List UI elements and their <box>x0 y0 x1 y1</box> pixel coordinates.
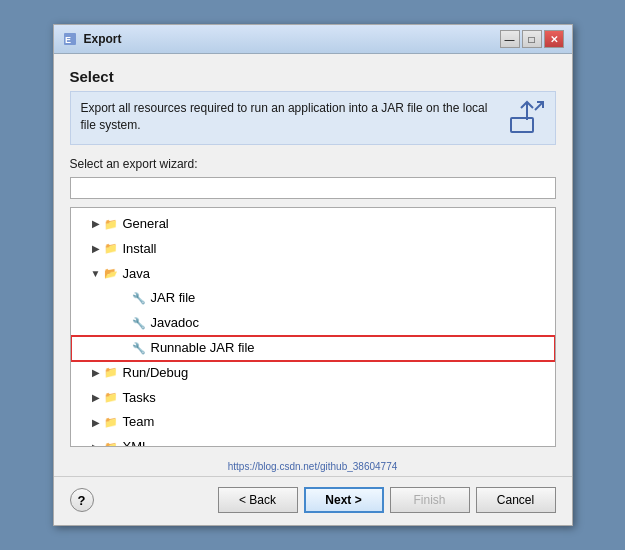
folder-icon-xml: 📁 <box>103 440 119 447</box>
maximize-button[interactable]: □ <box>522 30 542 48</box>
finish-button[interactable]: Finish <box>390 487 470 513</box>
back-button[interactable]: < Back <box>218 487 298 513</box>
cancel-button[interactable]: Cancel <box>476 487 556 513</box>
folder-icon-general: 📁 <box>103 216 119 232</box>
toggle-java[interactable]: ▼ <box>89 266 103 282</box>
window-icon: E <box>62 31 78 47</box>
toggle-install[interactable]: ▶ <box>89 241 103 257</box>
title-bar-controls: — □ ✕ <box>500 30 564 48</box>
next-button[interactable]: Next > <box>304 487 384 513</box>
title-bar: E Export — □ ✕ <box>54 25 572 54</box>
toggle-tasks[interactable]: ▶ <box>89 390 103 406</box>
jar-icon-jar-file: 🔧 <box>131 291 147 307</box>
window-title: Export <box>84 32 122 46</box>
section-description-row: Export all resources required to run an … <box>70 91 556 145</box>
wizard-label: Select an export wizard: <box>70 157 556 171</box>
title-bar-left: E Export <box>62 31 122 47</box>
section-description: Export all resources required to run an … <box>81 100 499 134</box>
tree-item-javadoc[interactable]: 🔧 Javadoc <box>71 311 555 336</box>
label-team: Team <box>123 412 155 433</box>
label-run-debug: Run/Debug <box>123 363 189 384</box>
folder-icon-tasks: 📁 <box>103 390 119 406</box>
svg-rect-2 <box>511 118 533 132</box>
export-dialog: E Export — □ ✕ Select Export all resourc… <box>53 24 573 526</box>
tree-item-tasks[interactable]: ▶ 📁 Tasks <box>71 386 555 411</box>
section-header: Select <box>70 68 556 85</box>
minimize-button[interactable]: — <box>500 30 520 48</box>
jar-icon-javadoc: 🔧 <box>131 316 147 332</box>
svg-line-4 <box>535 102 543 110</box>
tree-item-jar-file[interactable]: 🔧 JAR file <box>71 286 555 311</box>
toggle-run-debug[interactable]: ▶ <box>89 365 103 381</box>
tree-item-install[interactable]: ▶ 📁 Install <box>71 237 555 262</box>
tree-item-runnable-jar[interactable]: 🔧 Runnable JAR file <box>71 336 555 361</box>
label-xml: XML <box>123 437 150 447</box>
folder-icon-run-debug: 📁 <box>103 365 119 381</box>
search-input[interactable] <box>70 177 556 199</box>
content-area: Select Export all resources required to … <box>54 54 572 457</box>
help-button[interactable]: ? <box>70 488 94 512</box>
folder-icon-java: 📂 <box>103 266 119 282</box>
label-tasks: Tasks <box>123 388 156 409</box>
jar-icon-runnable-jar: 🔧 <box>131 340 147 356</box>
folder-icon-install: 📁 <box>103 241 119 257</box>
footer-link: https://blog.csdn.net/github_38604774 <box>54 457 572 476</box>
tree-item-run-debug[interactable]: ▶ 📁 Run/Debug <box>71 361 555 386</box>
export-icon <box>509 100 545 136</box>
label-java: Java <box>123 264 150 285</box>
label-runnable-jar: Runnable JAR file <box>151 338 255 359</box>
close-button[interactable]: ✕ <box>544 30 564 48</box>
label-install: Install <box>123 239 157 260</box>
toggle-team[interactable]: ▶ <box>89 415 103 431</box>
label-jar-file: JAR file <box>151 288 196 309</box>
toggle-general[interactable]: ▶ <box>89 216 103 232</box>
tree-area[interactable]: ▶ 📁 General ▶ 📁 Install ▼ 📂 Java 🔧 JAR f… <box>70 207 556 447</box>
folder-icon-team: 📁 <box>103 415 119 431</box>
button-row: ? < Back Next > Finish Cancel <box>54 476 572 525</box>
tree-item-java[interactable]: ▼ 📂 Java <box>71 262 555 287</box>
svg-text:E: E <box>65 35 71 45</box>
tree-item-general[interactable]: ▶ 📁 General <box>71 212 555 237</box>
toggle-xml[interactable]: ▶ <box>89 440 103 447</box>
tree-item-xml[interactable]: ▶ 📁 XML <box>71 435 555 447</box>
tree-item-team[interactable]: ▶ 📁 Team <box>71 410 555 435</box>
label-general: General <box>123 214 169 235</box>
label-javadoc: Javadoc <box>151 313 199 334</box>
